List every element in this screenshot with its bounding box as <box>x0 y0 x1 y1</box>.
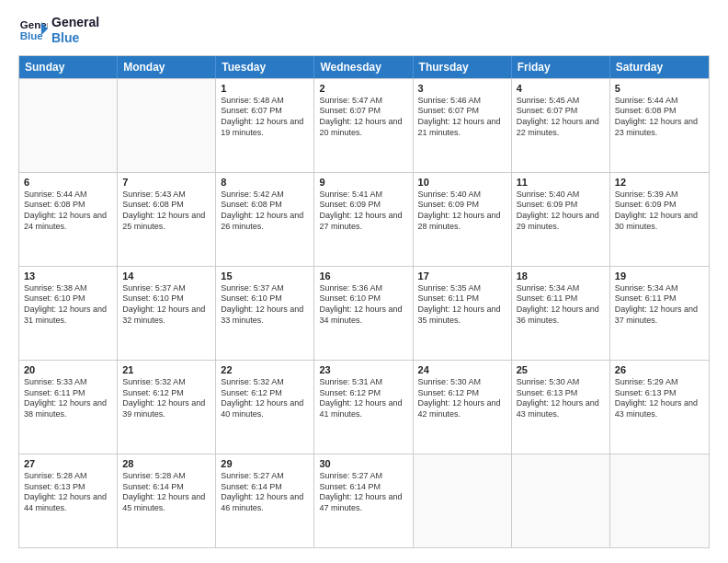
cell-sun-info: Sunrise: 5:28 AMSunset: 6:13 PMDaylight:… <box>24 471 112 514</box>
day-number: 9 <box>319 177 407 188</box>
page: General Blue General Blue SundayMondayTu… <box>0 0 728 563</box>
cal-cell: 9Sunrise: 5:41 AMSunset: 6:09 PMDaylight… <box>314 173 413 266</box>
cell-sun-info: Sunrise: 5:48 AMSunset: 6:07 PMDaylight:… <box>221 96 309 139</box>
day-number: 30 <box>319 458 407 469</box>
cell-sun-info: Sunrise: 5:28 AMSunset: 6:14 PMDaylight:… <box>122 471 210 514</box>
day-number: 8 <box>221 177 309 188</box>
day-number: 18 <box>517 270 605 282</box>
cell-sun-info: Sunrise: 5:37 AMSunset: 6:10 PMDaylight:… <box>122 283 210 327</box>
week-row-5: 27Sunrise: 5:28 AMSunset: 6:13 PMDayligh… <box>19 454 709 547</box>
cal-cell: 25Sunrise: 5:30 AMSunset: 6:13 PMDayligh… <box>512 361 610 454</box>
day-header-tuesday: Tuesday <box>216 56 314 78</box>
cal-cell: 27Sunrise: 5:28 AMSunset: 6:13 PMDayligh… <box>19 454 118 547</box>
week-row-2: 6Sunrise: 5:44 AMSunset: 6:08 PMDaylight… <box>19 172 709 266</box>
day-number: 22 <box>221 364 309 375</box>
cal-cell: 16Sunrise: 5:36 AMSunset: 6:10 PMDayligh… <box>314 267 413 360</box>
cell-sun-info: Sunrise: 5:36 AMSunset: 6:10 PMDaylight:… <box>319 283 407 327</box>
week-row-4: 20Sunrise: 5:33 AMSunset: 6:11 PMDayligh… <box>19 360 709 454</box>
cell-sun-info: Sunrise: 5:42 AMSunset: 6:08 PMDaylight:… <box>221 190 309 233</box>
cell-sun-info: Sunrise: 5:32 AMSunset: 6:12 PMDaylight:… <box>221 377 309 420</box>
day-number: 15 <box>221 270 309 282</box>
cell-sun-info: Sunrise: 5:27 AMSunset: 6:14 PMDaylight:… <box>221 471 309 514</box>
cal-cell: 6Sunrise: 5:44 AMSunset: 6:08 PMDaylight… <box>19 173 118 266</box>
week-row-1: 1Sunrise: 5:48 AMSunset: 6:07 PMDaylight… <box>19 78 709 172</box>
cal-cell: 29Sunrise: 5:27 AMSunset: 6:14 PMDayligh… <box>216 454 314 547</box>
day-header-thursday: Thursday <box>414 56 512 78</box>
cal-cell: 17Sunrise: 5:35 AMSunset: 6:11 PMDayligh… <box>414 267 512 360</box>
day-number: 28 <box>122 458 210 469</box>
day-number: 13 <box>24 270 112 282</box>
day-number: 29 <box>221 458 309 469</box>
cell-sun-info: Sunrise: 5:30 AMSunset: 6:13 PMDaylight:… <box>517 377 605 420</box>
cell-sun-info: Sunrise: 5:38 AMSunset: 6:10 PMDaylight:… <box>24 283 112 327</box>
cal-cell: 24Sunrise: 5:30 AMSunset: 6:12 PMDayligh… <box>414 361 512 454</box>
calendar-header-row: SundayMondayTuesdayWednesdayThursdayFrid… <box>19 56 709 78</box>
cal-cell: 18Sunrise: 5:34 AMSunset: 6:11 PMDayligh… <box>512 267 610 360</box>
day-header-saturday: Saturday <box>610 56 709 78</box>
cal-cell: 21Sunrise: 5:32 AMSunset: 6:12 PMDayligh… <box>118 361 216 454</box>
cal-cell: 8Sunrise: 5:42 AMSunset: 6:08 PMDaylight… <box>216 173 314 266</box>
cal-cell: 1Sunrise: 5:48 AMSunset: 6:07 PMDaylight… <box>216 79 314 172</box>
day-header-wednesday: Wednesday <box>314 56 413 78</box>
logo-line2: Blue <box>51 30 99 46</box>
day-number: 19 <box>615 270 704 282</box>
cell-sun-info: Sunrise: 5:39 AMSunset: 6:09 PMDaylight:… <box>615 190 704 233</box>
cell-sun-info: Sunrise: 5:29 AMSunset: 6:13 PMDaylight:… <box>615 377 704 420</box>
day-number: 24 <box>418 364 506 375</box>
cell-sun-info: Sunrise: 5:33 AMSunset: 6:11 PMDaylight:… <box>24 377 112 420</box>
day-number: 17 <box>418 270 506 282</box>
day-number: 23 <box>319 364 407 375</box>
cell-sun-info: Sunrise: 5:46 AMSunset: 6:07 PMDaylight:… <box>418 96 506 139</box>
cal-cell <box>19 79 118 172</box>
day-number: 3 <box>418 83 506 94</box>
cal-cell: 28Sunrise: 5:28 AMSunset: 6:14 PMDayligh… <box>118 454 216 547</box>
cell-sun-info: Sunrise: 5:35 AMSunset: 6:11 PMDaylight:… <box>418 283 506 327</box>
cal-cell: 14Sunrise: 5:37 AMSunset: 6:10 PMDayligh… <box>118 267 216 360</box>
cell-sun-info: Sunrise: 5:31 AMSunset: 6:12 PMDaylight:… <box>319 377 407 420</box>
day-number: 7 <box>122 177 210 188</box>
day-number: 12 <box>615 177 704 188</box>
cal-cell: 23Sunrise: 5:31 AMSunset: 6:12 PMDayligh… <box>314 361 413 454</box>
cell-sun-info: Sunrise: 5:40 AMSunset: 6:09 PMDaylight:… <box>517 190 605 233</box>
day-number: 21 <box>122 364 210 375</box>
cal-cell: 10Sunrise: 5:40 AMSunset: 6:09 PMDayligh… <box>414 173 512 266</box>
cal-cell: 7Sunrise: 5:43 AMSunset: 6:08 PMDaylight… <box>118 173 216 266</box>
cal-cell: 2Sunrise: 5:47 AMSunset: 6:07 PMDaylight… <box>314 79 413 172</box>
cell-sun-info: Sunrise: 5:47 AMSunset: 6:07 PMDaylight:… <box>319 96 407 139</box>
cell-sun-info: Sunrise: 5:45 AMSunset: 6:07 PMDaylight:… <box>517 96 605 139</box>
logo: General Blue General Blue <box>18 15 99 46</box>
day-number: 6 <box>24 177 112 188</box>
header: General Blue General Blue <box>18 15 710 46</box>
cal-cell <box>414 454 512 547</box>
day-number: 10 <box>418 177 506 188</box>
logo-line1: General <box>51 15 99 30</box>
logo-icon: General Blue <box>18 16 48 45</box>
cell-sun-info: Sunrise: 5:44 AMSunset: 6:08 PMDaylight:… <box>615 96 704 139</box>
day-number: 11 <box>517 177 605 188</box>
cell-sun-info: Sunrise: 5:37 AMSunset: 6:10 PMDaylight:… <box>221 283 309 327</box>
day-number: 27 <box>24 458 112 469</box>
cell-sun-info: Sunrise: 5:32 AMSunset: 6:12 PMDaylight:… <box>122 377 210 420</box>
cal-cell: 13Sunrise: 5:38 AMSunset: 6:10 PMDayligh… <box>19 267 118 360</box>
cal-cell <box>512 454 610 547</box>
cell-sun-info: Sunrise: 5:34 AMSunset: 6:11 PMDaylight:… <box>517 283 605 327</box>
cell-sun-info: Sunrise: 5:41 AMSunset: 6:09 PMDaylight:… <box>319 190 407 233</box>
cell-sun-info: Sunrise: 5:44 AMSunset: 6:08 PMDaylight:… <box>24 190 112 233</box>
day-number: 16 <box>319 270 407 282</box>
day-header-monday: Monday <box>118 56 216 78</box>
cal-cell: 22Sunrise: 5:32 AMSunset: 6:12 PMDayligh… <box>216 361 314 454</box>
calendar: SundayMondayTuesdayWednesdayThursdayFrid… <box>18 55 710 548</box>
cell-sun-info: Sunrise: 5:40 AMSunset: 6:09 PMDaylight:… <box>418 190 506 233</box>
svg-text:Blue: Blue <box>20 30 44 41</box>
day-number: 20 <box>24 364 112 375</box>
day-header-friday: Friday <box>512 56 610 78</box>
day-number: 5 <box>615 83 704 94</box>
cal-cell: 26Sunrise: 5:29 AMSunset: 6:13 PMDayligh… <box>610 361 709 454</box>
cal-cell: 3Sunrise: 5:46 AMSunset: 6:07 PMDaylight… <box>414 79 512 172</box>
cal-cell: 5Sunrise: 5:44 AMSunset: 6:08 PMDaylight… <box>610 79 709 172</box>
cell-sun-info: Sunrise: 5:43 AMSunset: 6:08 PMDaylight:… <box>122 190 210 233</box>
day-header-sunday: Sunday <box>19 56 118 78</box>
cal-cell: 15Sunrise: 5:37 AMSunset: 6:10 PMDayligh… <box>216 267 314 360</box>
day-number: 26 <box>615 364 704 375</box>
cal-cell: 30Sunrise: 5:27 AMSunset: 6:14 PMDayligh… <box>314 454 413 547</box>
